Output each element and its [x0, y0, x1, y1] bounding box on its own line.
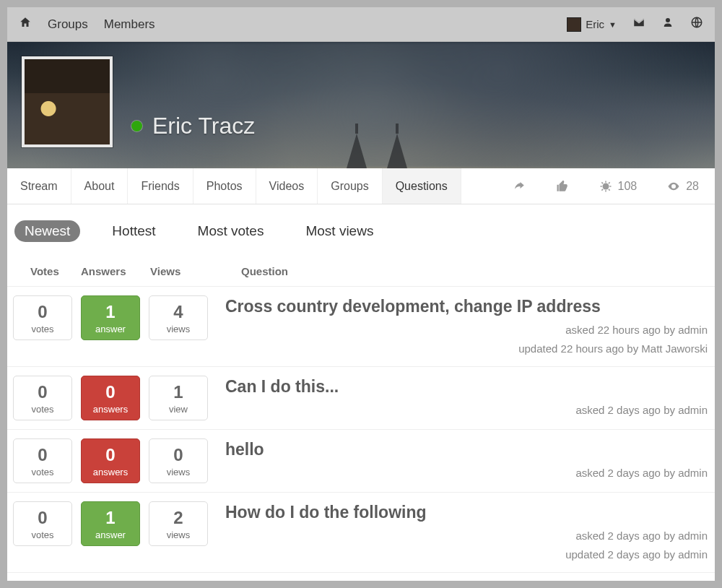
- col-question: Question: [219, 265, 708, 277]
- svg-point-1: [602, 183, 609, 189]
- answers-counter: 0answers: [81, 376, 140, 420]
- question-title[interactable]: hello: [225, 440, 709, 459]
- question-row: 0votes1answer4viewsCross country develop…: [7, 287, 715, 367]
- svg-point-10: [673, 185, 675, 187]
- question-meta: asked 22 hours ago by adminupdated 22 ho…: [225, 321, 709, 358]
- caret-down-icon: ▼: [609, 20, 617, 29]
- question-title[interactable]: How do I do the following: [225, 503, 709, 522]
- votes-counter: 0votes: [13, 501, 72, 546]
- votes-counter-label: votes: [31, 404, 53, 415]
- question-meta: asked 2 days ago by admin: [225, 401, 709, 420]
- answers-counter-value: 0: [105, 382, 115, 402]
- sort-row: NewestHottestMost votesMost views: [7, 204, 715, 252]
- home-icon[interactable]: [19, 16, 32, 33]
- votes-counter-label: votes: [31, 324, 53, 334]
- answers-counter: 1answer: [81, 501, 140, 546]
- views-counter: 2views: [149, 501, 208, 546]
- profile-hero: Eric Tracz: [7, 42, 715, 168]
- tab-questions[interactable]: Questions: [383, 168, 461, 204]
- svg-line-6: [601, 182, 603, 183]
- answers-counter-label: answer: [95, 324, 126, 334]
- user-name: Eric: [586, 18, 604, 30]
- views-counter: 1view: [149, 376, 208, 420]
- question-row: 0votes1answer2viewsHow do I do the follo…: [7, 493, 715, 573]
- svg-line-9: [608, 182, 609, 183]
- points-value: 108: [618, 180, 638, 193]
- question-title[interactable]: Can I do this...: [225, 377, 709, 397]
- question-row: 0votes0answers1viewCan I do this...asked…: [7, 367, 715, 430]
- votes-counter-value: 0: [38, 508, 47, 528]
- votes-counter: 0votes: [13, 376, 72, 420]
- sort-newest[interactable]: Newest: [14, 220, 80, 242]
- online-status-icon: [131, 121, 142, 131]
- views-counter-value: 0: [173, 445, 183, 465]
- question-row: 0votes0answers0viewshelloasked 2 days ag…: [7, 430, 715, 493]
- question-title[interactable]: Cross country development, change IP add…: [225, 297, 709, 316]
- views-counter-value: 1: [173, 382, 183, 402]
- answers-counter-label: answer: [95, 529, 126, 540]
- answers-counter: 0answers: [81, 438, 140, 483]
- share-button[interactable]: [513, 180, 526, 193]
- user-menu[interactable]: Eric ▼: [567, 17, 617, 32]
- tab-photos[interactable]: Photos: [193, 168, 256, 204]
- answers-counter-label: answers: [93, 467, 128, 477]
- views-counter-value: 4: [173, 302, 183, 322]
- votes-counter-value: 0: [38, 382, 47, 402]
- top-navbar: Groups Members Eric ▼: [7, 7, 715, 42]
- question-list: 0votes1answer4viewsCross country develop…: [7, 287, 715, 573]
- votes-counter-value: 0: [38, 302, 47, 322]
- col-answers: Answers: [81, 265, 150, 277]
- views-stat[interactable]: 28: [667, 180, 699, 193]
- views-counter-value: 2: [173, 508, 183, 528]
- views-value: 28: [686, 180, 699, 193]
- views-counter: 0views: [149, 438, 208, 483]
- globe-icon[interactable]: [690, 16, 703, 33]
- sort-most-views[interactable]: Most views: [295, 220, 383, 242]
- tab-about[interactable]: About: [71, 168, 129, 204]
- votes-counter-label: votes: [31, 467, 53, 477]
- answers-counter-label: answers: [93, 404, 128, 415]
- votes-counter: 0votes: [13, 438, 72, 483]
- tab-stream[interactable]: Stream: [7, 168, 71, 204]
- hero-skyline: [347, 134, 407, 168]
- nav-groups[interactable]: Groups: [48, 17, 88, 32]
- answers-counter-value: 1: [105, 302, 115, 322]
- profile-avatar[interactable]: [22, 56, 113, 147]
- answers-counter-value: 1: [105, 508, 115, 528]
- column-headers: Votes Answers Views Question: [7, 252, 715, 287]
- col-views: Views: [150, 265, 219, 277]
- col-votes: Votes: [14, 265, 81, 277]
- views-counter-label: views: [167, 529, 191, 540]
- points-stat[interactable]: 108: [599, 180, 638, 193]
- mail-icon[interactable]: [632, 16, 645, 33]
- views-counter: 4views: [149, 295, 208, 340]
- views-counter-label: view: [169, 404, 188, 415]
- profile-name: Eric Tracz: [152, 113, 255, 139]
- answers-counter-value: 0: [105, 445, 115, 465]
- avatar-icon: [567, 17, 581, 32]
- votes-counter-label: votes: [31, 529, 53, 540]
- question-meta: asked 2 days ago by admin: [225, 464, 709, 483]
- tab-friends[interactable]: Friends: [128, 168, 193, 204]
- nav-members[interactable]: Members: [104, 17, 155, 32]
- svg-line-8: [601, 189, 603, 190]
- tab-groups[interactable]: Groups: [318, 168, 382, 204]
- tab-videos[interactable]: Videos: [256, 168, 318, 204]
- profile-tabs: StreamAboutFriendsPhotosVideosGroupsQues…: [7, 168, 715, 204]
- question-meta: asked 2 days ago by adminupdated 2 days …: [225, 527, 709, 563]
- like-button[interactable]: [556, 180, 569, 193]
- views-counter-label: views: [167, 467, 191, 477]
- views-counter-label: views: [167, 324, 191, 334]
- user-icon[interactable]: [661, 16, 674, 33]
- votes-counter-value: 0: [38, 445, 47, 465]
- sort-hottest[interactable]: Hottest: [102, 220, 165, 242]
- votes-counter: 0votes: [13, 295, 72, 340]
- answers-counter: 1answer: [81, 295, 140, 340]
- sort-most-votes[interactable]: Most votes: [188, 220, 274, 242]
- svg-line-7: [608, 189, 609, 190]
